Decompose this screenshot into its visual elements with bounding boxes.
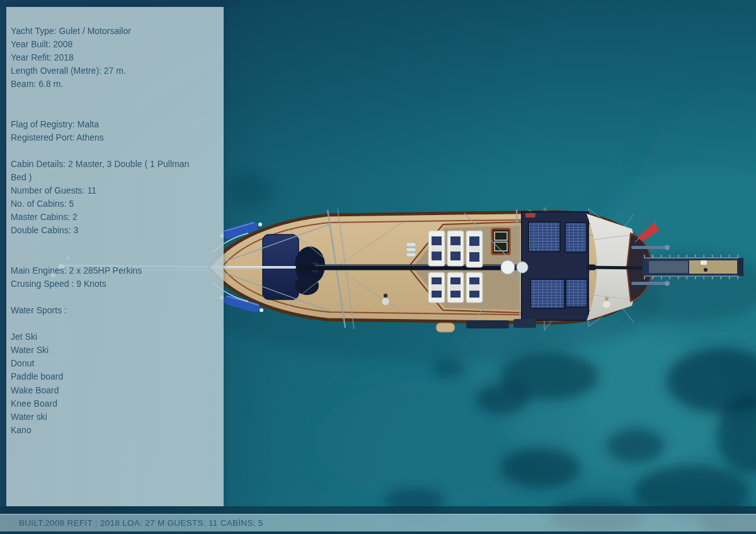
spec-line: Number of Guests: 11 xyxy=(11,184,221,197)
spec-line: Knee Board xyxy=(11,397,221,410)
spec-line: Flag of Registry: Malta xyxy=(11,118,221,131)
person-on-gangway xyxy=(704,268,707,272)
spec-lines: Yacht Type: Gulet / MotorsailorYear Buil… xyxy=(11,25,221,437)
spec-line: Yacht Type: Gulet / Motorsailor xyxy=(11,25,221,38)
mattress xyxy=(428,272,445,303)
spec-line: Length Overall (Metre): 27 m. xyxy=(11,64,221,78)
spec-line: Cabin Details: 2 Master, 3 Double ( 1 Pu… xyxy=(11,158,221,171)
spec-line: Main Engines: 2 x 285HP Perkins xyxy=(11,264,221,277)
spec-line xyxy=(11,91,221,104)
spec-line xyxy=(11,291,221,304)
mattress xyxy=(447,231,464,266)
spec-line: Bed ) xyxy=(11,171,221,184)
spec-line xyxy=(11,317,221,330)
specs-panel: Yacht Type: Gulet / MotorsailorYear Buil… xyxy=(6,7,224,506)
spec-line: Beam: 6.8 m. xyxy=(11,78,221,91)
spec-line: Kano xyxy=(11,424,221,437)
spec-line: Water ski xyxy=(11,410,221,424)
red-gear-bag xyxy=(525,213,536,218)
spec-line xyxy=(11,238,221,251)
bar-bottom-edge xyxy=(0,531,756,534)
mizzen-boom xyxy=(586,267,648,268)
photo-top-edge xyxy=(0,0,239,7)
spec-line: Water Sports : xyxy=(11,304,221,317)
spec-line: Master Cabins: 2 xyxy=(11,211,221,224)
spec-line xyxy=(11,105,221,118)
yacht-brochure-page: Yacht Type: Gulet / MotorsailorYear Buil… xyxy=(0,0,756,534)
spec-line: Year Built: 2008 xyxy=(11,38,221,51)
spec-line: Double Cabins: 3 xyxy=(11,224,221,237)
spec-line: No. of Cabins: 5 xyxy=(11,197,221,211)
mattress xyxy=(466,231,483,267)
photo-left-edge xyxy=(0,0,6,534)
spec-line: Jet Ski xyxy=(11,330,221,344)
spec-line: Wake Board xyxy=(11,384,221,397)
spec-line xyxy=(11,251,221,264)
summary-bar: BUILT:2008 REFIT : 2018 LOA: 27 M GUESTS… xyxy=(0,514,756,532)
spec-line: Paddle board xyxy=(11,370,221,383)
spec-line xyxy=(11,144,221,158)
bowsprit xyxy=(210,267,304,268)
mattress xyxy=(428,231,445,266)
gangway xyxy=(643,256,743,278)
deck-vents xyxy=(406,243,416,257)
spec-line: Water Ski xyxy=(11,344,221,357)
mattress xyxy=(447,272,464,303)
bar-divider xyxy=(0,506,756,514)
summary-text: BUILT:2008 REFIT : 2018 LOA: 27 M GUESTS… xyxy=(0,514,756,531)
mattress xyxy=(466,272,483,303)
aft-canopy xyxy=(522,212,588,320)
spec-line: Crusing Speed : 9 Knots xyxy=(11,277,221,291)
spec-line: Registered Port: Athens xyxy=(11,131,221,144)
spec-line: Donut xyxy=(11,357,221,370)
spec-line: Year Refit: 2018 xyxy=(11,51,221,64)
